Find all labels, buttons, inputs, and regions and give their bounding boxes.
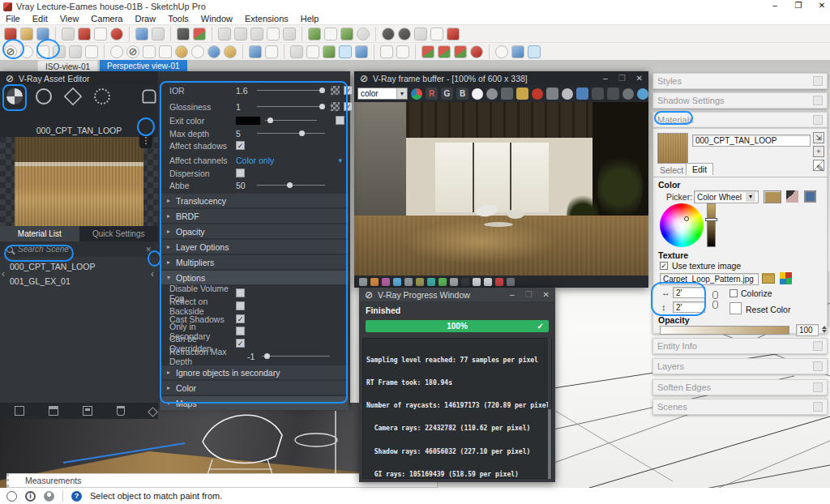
new-icon[interactable] — [4, 28, 17, 41]
material-list-item[interactable]: 001_GL_EX_01 — [0, 274, 158, 288]
section-translucency[interactable]: ▸ Translucency — [160, 194, 349, 207]
maximize-button[interactable]: ❐ — [794, 1, 803, 10]
open-asset-icon[interactable] — [49, 406, 58, 416]
vray-sun-icon[interactable]: ⊘ — [126, 45, 139, 58]
fb-icc-icon[interactable] — [495, 278, 503, 286]
vray-scene-import-icon[interactable] — [421, 45, 434, 58]
monochrome-icon[interactable] — [486, 88, 498, 100]
stamp-icon[interactable] — [622, 88, 634, 100]
option-value[interactable]: -1 — [247, 352, 262, 361]
affect-channels-dropdown[interactable]: Color only — [236, 156, 274, 165]
search-input[interactable]: Search Scene — [18, 245, 69, 254]
green-channel-button[interactable]: G — [441, 88, 453, 100]
vray-sphere-light-icon[interactable] — [208, 45, 220, 58]
tray-scenes[interactable]: Scenes — [652, 399, 828, 415]
vray-omni-light-icon[interactable] — [175, 45, 188, 58]
material-list-item[interactable]: 000_CPT_TAN_LOOP — [0, 259, 158, 274]
stop-render-icon[interactable] — [532, 88, 543, 100]
preview-options-button[interactable]: ⋮ — [139, 134, 152, 148]
param-value[interactable]: 5 — [236, 129, 257, 139]
purge-assets-icon[interactable] — [148, 407, 158, 417]
fb-stereo-icon[interactable] — [507, 278, 515, 286]
alpha-channel-icon[interactable] — [472, 88, 483, 100]
param-checkbox[interactable] — [344, 102, 353, 111]
fb-hsl-icon[interactable] — [393, 278, 401, 286]
blue-channel-button[interactable]: B — [456, 88, 468, 100]
load-image-icon[interactable] — [516, 88, 528, 100]
zoom-window-icon[interactable] — [430, 28, 443, 41]
menu-camera[interactable]: Camera — [91, 14, 122, 23]
tray-toggle-button[interactable] — [813, 115, 823, 125]
delete-asset-icon[interactable] — [117, 406, 125, 416]
fb-curve-icon[interactable] — [427, 278, 435, 286]
tray-entity-info[interactable]: Entity Info — [652, 338, 828, 354]
vray-lock-camera-icon[interactable] — [85, 45, 98, 58]
fb-display-correction-icon[interactable] — [473, 278, 481, 286]
geolocation-icon[interactable] — [6, 491, 17, 502]
fb-exposure-icon[interactable] — [370, 278, 379, 286]
section-color[interactable]: ▸ Color — [160, 381, 349, 395]
corrections-icon[interactable] — [637, 88, 648, 100]
front-view-icon[interactable] — [250, 28, 263, 41]
vray-spot-light-icon[interactable] — [143, 45, 156, 58]
use-texture-checkbox[interactable] — [660, 262, 668, 270]
param-slider[interactable] — [265, 120, 317, 121]
minimize-button[interactable]: – — [603, 74, 608, 83]
print-icon[interactable] — [177, 28, 190, 41]
chevron-down-icon[interactable]: ▾ — [338, 156, 342, 164]
reflect-backside-checkbox[interactable] — [236, 301, 245, 310]
edit-texture-icon[interactable] — [780, 272, 792, 284]
track-mouse-icon[interactable] — [546, 88, 558, 100]
picker-dropdown[interactable]: Color Wheel ▾ — [694, 190, 759, 203]
open-icon[interactable] — [20, 28, 33, 41]
param-slider[interactable] — [257, 90, 325, 91]
help-icon[interactable]: ? — [71, 491, 82, 502]
menu-view[interactable]: View — [60, 14, 79, 23]
tab-material-list[interactable]: Material List — [0, 226, 79, 241]
compare-a-icon[interactable] — [592, 88, 604, 100]
browse-texture-icon[interactable] — [762, 273, 775, 284]
fb-color-balance-icon[interactable] — [404, 278, 413, 286]
section-plane-icon[interactable] — [447, 28, 460, 41]
pick-material-icon[interactable] — [143, 90, 156, 104]
position-camera-icon[interactable] — [414, 28, 427, 41]
minimize-button[interactable]: – — [510, 290, 515, 299]
param-slider[interactable] — [257, 133, 325, 134]
menu-help[interactable]: Help — [301, 14, 319, 23]
eyedropper-icon[interactable]: ✎ — [816, 163, 824, 174]
vray-fur-edit-icon[interactable] — [396, 45, 409, 58]
tray-toggle-button[interactable] — [813, 382, 823, 392]
collapse-left-icon[interactable]: ‹ — [2, 268, 5, 280]
menu-file[interactable]: File — [6, 14, 20, 23]
vray-render-icon[interactable] — [20, 45, 33, 58]
model-info-icon[interactable] — [193, 28, 206, 41]
vray-fur-icon[interactable] — [323, 45, 336, 58]
picker-dropdown-arrow[interactable]: ▾ — [746, 192, 755, 202]
log-scrollbar-thumb[interactable] — [548, 409, 551, 479]
param-value[interactable]: 1 — [236, 102, 257, 112]
vray-infinite-plane-icon[interactable] — [290, 45, 303, 58]
tray-toggle-button[interactable] — [813, 76, 823, 86]
menu-tools[interactable]: Tools — [168, 14, 189, 23]
create-material-icon[interactable]: + — [813, 146, 824, 157]
tray-shadow-settings[interactable]: Shadow Settings — [652, 92, 828, 109]
vray-frame-buffer-icon[interactable] — [53, 45, 66, 58]
vray-rect-light-icon[interactable] — [265, 45, 278, 58]
color-wheel-marker[interactable] — [684, 216, 689, 221]
top-view-icon[interactable] — [234, 28, 247, 41]
section-layer-options[interactable]: ▸ Layer Options — [160, 240, 349, 254]
reset-color-swatch[interactable] — [729, 302, 742, 314]
look-around-icon[interactable] — [398, 28, 411, 41]
red-channel-button[interactable]: R — [426, 88, 438, 100]
vray-ies-light-icon[interactable] — [159, 45, 172, 58]
render-log[interactable]: Sampling level reached: 77 samples per p… — [362, 338, 552, 479]
close-button[interactable]: ✕ — [543, 290, 550, 299]
cut-icon[interactable] — [62, 28, 75, 41]
vray-viewport-render-icon[interactable] — [511, 45, 524, 58]
undo-icon[interactable] — [135, 28, 148, 41]
cancel-icon[interactable] — [110, 28, 123, 41]
save-image-icon[interactable] — [501, 88, 513, 100]
current-color-swatch[interactable] — [764, 190, 781, 203]
back-view-icon[interactable] — [283, 28, 296, 41]
texture-file-field[interactable]: Carpet_Loop_Pattern.jpg — [660, 273, 759, 285]
